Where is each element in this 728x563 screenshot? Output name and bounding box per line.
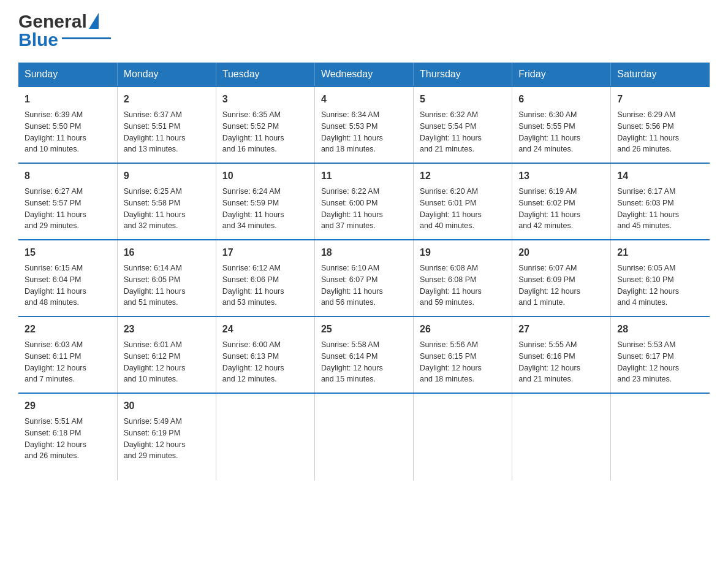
day-info: Sunrise: 6:35 AM Sunset: 5:52 PM Dayligh… [222, 109, 308, 155]
day-info: Sunrise: 6:39 AM Sunset: 5:50 PM Dayligh… [25, 109, 111, 155]
logo-underline [62, 37, 111, 39]
calendar-cell [512, 393, 611, 480]
calendar-week-row: 22Sunrise: 6:03 AM Sunset: 6:11 PM Dayli… [18, 316, 710, 393]
calendar-cell: 2Sunrise: 6:37 AM Sunset: 5:51 PM Daylig… [117, 86, 216, 163]
logo: General Blue [18, 12, 111, 50]
calendar-cell: 14Sunrise: 6:17 AM Sunset: 6:03 PM Dayli… [611, 163, 710, 240]
calendar-cell: 23Sunrise: 6:01 AM Sunset: 6:12 PM Dayli… [117, 316, 216, 393]
day-number: 9 [124, 169, 210, 183]
day-number: 18 [321, 245, 407, 260]
day-info: Sunrise: 5:55 AM Sunset: 6:16 PM Dayligh… [518, 339, 604, 385]
day-number: 10 [222, 169, 308, 183]
weekday-header: Sunday [18, 63, 117, 86]
day-info: Sunrise: 6:20 AM Sunset: 6:01 PM Dayligh… [420, 186, 506, 232]
calendar-cell: 8Sunrise: 6:27 AM Sunset: 5:57 PM Daylig… [18, 163, 117, 240]
calendar-cell: 12Sunrise: 6:20 AM Sunset: 6:01 PM Dayli… [414, 163, 512, 240]
day-number: 4 [321, 92, 407, 107]
calendar-cell: 10Sunrise: 6:24 AM Sunset: 5:59 PM Dayli… [216, 163, 314, 240]
calendar-cell: 9Sunrise: 6:25 AM Sunset: 5:58 PM Daylig… [117, 163, 216, 240]
calendar-cell: 13Sunrise: 6:19 AM Sunset: 6:02 PM Dayli… [512, 163, 611, 240]
day-info: Sunrise: 6:14 AM Sunset: 6:05 PM Dayligh… [124, 262, 210, 308]
calendar-cell: 4Sunrise: 6:34 AM Sunset: 5:53 PM Daylig… [314, 86, 413, 163]
calendar-cell: 5Sunrise: 6:32 AM Sunset: 5:54 PM Daylig… [414, 86, 512, 163]
calendar-cell: 3Sunrise: 6:35 AM Sunset: 5:52 PM Daylig… [216, 86, 314, 163]
day-number: 15 [25, 245, 111, 260]
calendar-cell: 22Sunrise: 6:03 AM Sunset: 6:11 PM Dayli… [18, 316, 117, 393]
day-number: 17 [222, 245, 308, 260]
calendar-cell: 17Sunrise: 6:12 AM Sunset: 6:06 PM Dayli… [216, 240, 314, 316]
calendar-week-row: 29Sunrise: 5:51 AM Sunset: 6:18 PM Dayli… [18, 393, 710, 480]
day-info: Sunrise: 5:56 AM Sunset: 6:15 PM Dayligh… [420, 339, 506, 385]
day-number: 14 [617, 169, 703, 183]
calendar-cell: 19Sunrise: 6:08 AM Sunset: 6:08 PM Dayli… [414, 240, 512, 316]
calendar-cell: 1Sunrise: 6:39 AM Sunset: 5:50 PM Daylig… [18, 86, 117, 163]
weekday-header: Saturday [611, 63, 710, 86]
day-info: Sunrise: 6:00 AM Sunset: 6:13 PM Dayligh… [222, 339, 308, 385]
day-info: Sunrise: 6:03 AM Sunset: 6:11 PM Dayligh… [25, 339, 111, 385]
weekday-header: Wednesday [314, 63, 413, 86]
day-number: 25 [321, 322, 407, 337]
day-info: Sunrise: 6:15 AM Sunset: 6:04 PM Dayligh… [25, 262, 111, 308]
day-number: 22 [25, 322, 111, 337]
calendar-week-row: 1Sunrise: 6:39 AM Sunset: 5:50 PM Daylig… [18, 86, 710, 163]
day-info: Sunrise: 5:53 AM Sunset: 6:17 PM Dayligh… [617, 339, 703, 385]
day-info: Sunrise: 6:12 AM Sunset: 6:06 PM Dayligh… [222, 262, 308, 308]
day-number: 5 [420, 92, 506, 107]
day-number: 2 [124, 92, 210, 107]
day-number: 26 [420, 322, 506, 337]
calendar-cell [414, 393, 512, 480]
weekday-header: Tuesday [216, 63, 314, 86]
day-info: Sunrise: 6:01 AM Sunset: 6:12 PM Dayligh… [124, 339, 210, 385]
day-info: Sunrise: 6:07 AM Sunset: 6:09 PM Dayligh… [518, 262, 604, 308]
calendar-cell: 11Sunrise: 6:22 AM Sunset: 6:00 PM Dayli… [314, 163, 413, 240]
day-info: Sunrise: 6:22 AM Sunset: 6:00 PM Dayligh… [321, 186, 407, 232]
day-number: 7 [617, 92, 703, 107]
day-info: Sunrise: 6:19 AM Sunset: 6:02 PM Dayligh… [518, 186, 604, 232]
calendar-table: SundayMondayTuesdayWednesdayThursdayFrid… [18, 63, 710, 480]
calendar-cell: 28Sunrise: 5:53 AM Sunset: 6:17 PM Dayli… [611, 316, 710, 393]
day-info: Sunrise: 6:25 AM Sunset: 5:58 PM Dayligh… [124, 186, 210, 232]
day-info: Sunrise: 6:10 AM Sunset: 6:07 PM Dayligh… [321, 262, 407, 308]
weekday-header: Friday [512, 63, 611, 86]
day-info: Sunrise: 6:32 AM Sunset: 5:54 PM Dayligh… [420, 109, 506, 155]
day-info: Sunrise: 6:37 AM Sunset: 5:51 PM Dayligh… [124, 109, 210, 155]
day-number: 3 [222, 92, 308, 107]
calendar-cell: 29Sunrise: 5:51 AM Sunset: 6:18 PM Dayli… [18, 393, 117, 480]
calendar-cell: 27Sunrise: 5:55 AM Sunset: 6:16 PM Dayli… [512, 316, 611, 393]
day-number: 20 [518, 245, 604, 260]
calendar-cell: 25Sunrise: 5:58 AM Sunset: 6:14 PM Dayli… [314, 316, 413, 393]
day-number: 11 [321, 169, 407, 183]
day-number: 6 [518, 92, 604, 107]
day-info: Sunrise: 6:29 AM Sunset: 5:56 PM Dayligh… [617, 109, 703, 155]
calendar-cell: 20Sunrise: 6:07 AM Sunset: 6:09 PM Dayli… [512, 240, 611, 316]
day-info: Sunrise: 6:17 AM Sunset: 6:03 PM Dayligh… [617, 186, 703, 232]
day-number: 19 [420, 245, 506, 260]
calendar-cell [314, 393, 413, 480]
day-number: 21 [617, 245, 703, 260]
weekday-header: Thursday [414, 63, 512, 86]
calendar-cell: 21Sunrise: 6:05 AM Sunset: 6:10 PM Dayli… [611, 240, 710, 316]
day-number: 16 [124, 245, 210, 260]
day-info: Sunrise: 6:34 AM Sunset: 5:53 PM Dayligh… [321, 109, 407, 155]
calendar-cell [216, 393, 314, 480]
calendar-cell: 7Sunrise: 6:29 AM Sunset: 5:56 PM Daylig… [611, 86, 710, 163]
day-number: 13 [518, 169, 604, 183]
day-number: 12 [420, 169, 506, 183]
day-number: 29 [25, 399, 111, 413]
calendar-cell: 15Sunrise: 6:15 AM Sunset: 6:04 PM Dayli… [18, 240, 117, 316]
day-number: 27 [518, 322, 604, 337]
day-info: Sunrise: 6:08 AM Sunset: 6:08 PM Dayligh… [420, 262, 506, 308]
calendar-cell: 16Sunrise: 6:14 AM Sunset: 6:05 PM Dayli… [117, 240, 216, 316]
calendar-cell: 26Sunrise: 5:56 AM Sunset: 6:15 PM Dayli… [414, 316, 512, 393]
calendar-cell: 18Sunrise: 6:10 AM Sunset: 6:07 PM Dayli… [314, 240, 413, 316]
calendar-cell: 24Sunrise: 6:00 AM Sunset: 6:13 PM Dayli… [216, 316, 314, 393]
page-header: General Blue [18, 12, 710, 50]
calendar-week-row: 15Sunrise: 6:15 AM Sunset: 6:04 PM Dayli… [18, 240, 710, 316]
day-number: 30 [124, 399, 210, 413]
day-number: 28 [617, 322, 703, 337]
day-number: 8 [25, 169, 111, 183]
calendar-week-row: 8Sunrise: 6:27 AM Sunset: 5:57 PM Daylig… [18, 163, 710, 240]
day-number: 23 [124, 322, 210, 337]
day-info: Sunrise: 6:27 AM Sunset: 5:57 PM Dayligh… [25, 186, 111, 232]
day-number: 1 [25, 92, 111, 107]
